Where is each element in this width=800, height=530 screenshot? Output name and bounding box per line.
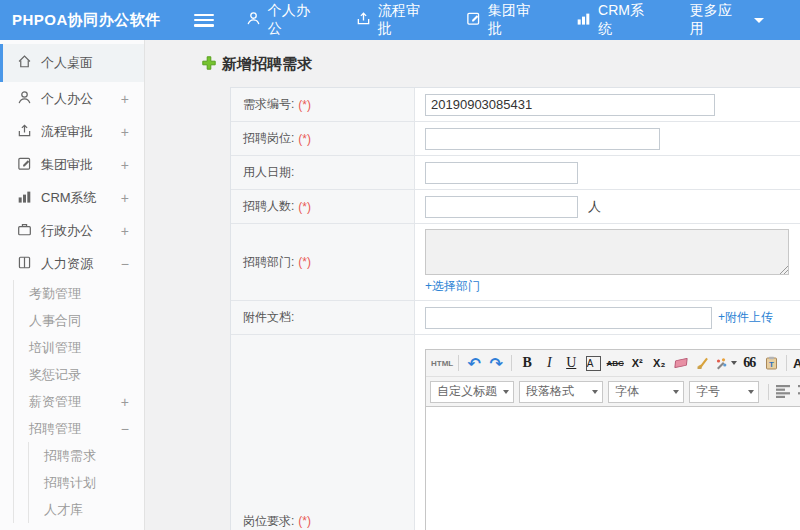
- briefcase-icon: [17, 222, 41, 240]
- redo-button[interactable]: ↷: [486, 353, 506, 373]
- caret-down-icon: [754, 18, 764, 23]
- sidebar: 个人桌面 个人办公 + 流程审批 + 集团审批 + CRM系统 + 行政办公 +…: [0, 40, 145, 530]
- expand-icon[interactable]: +: [121, 91, 129, 107]
- nav-group-approval[interactable]: 集团审批: [466, 2, 540, 38]
- sidebar-item-hr-contract[interactable]: 人事合同: [14, 307, 144, 334]
- count-input[interactable]: [425, 196, 578, 218]
- bar-chart-icon: [17, 189, 41, 207]
- expand-icon[interactable]: +: [121, 394, 129, 410]
- field-label: 招聘人数:: [243, 198, 294, 215]
- font-color-button[interactable]: A: [792, 353, 800, 373]
- sidebar-item-group-approval[interactable]: 集团审批 +: [0, 148, 144, 181]
- toolbar-separator: [511, 355, 512, 371]
- form-row-attachment: 附件文档: +附件上传: [231, 301, 800, 335]
- sidebar-item-workflow-approval[interactable]: 流程审批 +: [0, 115, 144, 148]
- code-input[interactable]: [425, 94, 715, 116]
- font-family-select[interactable]: 字体: [608, 381, 684, 403]
- date-input[interactable]: [425, 162, 578, 184]
- subscript-button[interactable]: X₂: [649, 353, 669, 373]
- field-label: 岗位要求:: [243, 513, 294, 530]
- font-size-select[interactable]: 字号: [689, 381, 759, 403]
- field-label: 附件文档:: [243, 309, 294, 326]
- nav-crm-system[interactable]: CRM系统: [576, 2, 654, 38]
- toolbar-separator: [768, 384, 769, 400]
- upload-flow-icon: [17, 123, 41, 141]
- recruit-demand-form: 需求编号:(*) 招聘岗位:(*) 用人日期: 招聘人数:(*) 人 招聘部门:…: [230, 87, 800, 530]
- blockquote-button[interactable]: 66: [739, 353, 759, 373]
- underline-button[interactable]: U: [561, 353, 581, 373]
- expand-icon[interactable]: +: [121, 157, 129, 173]
- expand-icon[interactable]: +: [121, 223, 129, 239]
- field-label: 用人日期:: [243, 164, 294, 181]
- attachment-input[interactable]: [425, 307, 712, 329]
- strikethrough-button[interactable]: ABC: [605, 353, 625, 373]
- green-plus-icon: [202, 56, 222, 74]
- unit-suffix: 人: [588, 198, 601, 216]
- italic-button[interactable]: I: [539, 353, 559, 373]
- upload-flow-icon: [356, 11, 378, 29]
- choose-dept-link[interactable]: +选择部门: [425, 278, 480, 295]
- form-row-date: 用人日期:: [231, 156, 800, 190]
- sidebar-item-recruit-demand[interactable]: 招聘需求: [29, 442, 144, 469]
- sidebar-item-administration[interactable]: 行政办公 +: [0, 214, 144, 247]
- edit-square-icon: [17, 156, 41, 174]
- nav-more-apps[interactable]: 更多应用: [690, 2, 764, 38]
- editor-toolbar-row2: 自定义标题 段落格式 字体 字号: [426, 377, 800, 407]
- hamburger-menu-icon[interactable]: [194, 14, 213, 27]
- sidebar-item-human-resources[interactable]: 人力资源 −: [0, 247, 144, 280]
- field-label: 招聘岗位:: [243, 130, 294, 147]
- eraser-button[interactable]: [671, 353, 691, 373]
- sidebar-item-salary[interactable]: 薪资管理+: [14, 388, 144, 415]
- page-title: 新增招聘需求: [202, 55, 800, 74]
- align-left-button[interactable]: [776, 385, 792, 398]
- recruit-submenu: 招聘需求 招聘计划 人才库: [28, 442, 144, 523]
- top-header: PHPOA协同办公软件 个人办公 流程审批 集团审批 CRM系统 更多应用: [0, 0, 800, 40]
- hr-book-icon: [17, 255, 41, 273]
- paragraph-format-select[interactable]: 段落格式: [519, 381, 603, 403]
- post-input[interactable]: [425, 128, 660, 150]
- required-mark: (*): [298, 132, 311, 146]
- form-row-post: 招聘岗位:(*): [231, 122, 800, 156]
- html-source-button[interactable]: HTML: [431, 353, 453, 373]
- sidebar-item-training[interactable]: 培训管理: [14, 334, 144, 361]
- sidebar-item-recruit-mgmt[interactable]: 招聘管理−: [14, 415, 144, 442]
- paste-as-text-button[interactable]: T: [761, 353, 781, 373]
- bar-chart-icon: [576, 11, 598, 29]
- sidebar-item-personal-office[interactable]: 个人办公 +: [0, 82, 144, 115]
- main-content: 新增招聘需求 需求编号:(*) 招聘岗位:(*) 用人日期: 招聘人数:(*) …: [146, 40, 800, 530]
- svg-text:T: T: [769, 360, 774, 369]
- user-icon: [246, 11, 268, 29]
- form-row-code: 需求编号:(*): [231, 88, 800, 122]
- superscript-button[interactable]: X²: [627, 353, 647, 373]
- expand-icon[interactable]: +: [121, 190, 129, 206]
- nav-personal-office[interactable]: 个人办公: [246, 2, 320, 38]
- hr-submenu: 考勤管理 人事合同 培训管理 奖惩记录 薪资管理+ 招聘管理− 招聘需求 招聘计…: [13, 280, 144, 523]
- undo-button[interactable]: ↶: [464, 353, 484, 373]
- editor-content-area[interactable]: [426, 407, 800, 530]
- sidebar-item-rewards[interactable]: 奖惩记录: [14, 361, 144, 388]
- sidebar-item-crm[interactable]: CRM系统 +: [0, 181, 144, 214]
- rich-text-editor: HTML ↶ ↷ B I U A ABC X² X₂: [425, 349, 800, 530]
- sidebar-item-talent-pool[interactable]: 人才库: [29, 496, 144, 523]
- edit-square-icon: [466, 11, 488, 29]
- required-mark: (*): [298, 514, 311, 528]
- form-row-dept: 招聘部门:(*) +选择部门: [231, 224, 800, 301]
- bold-button[interactable]: B: [517, 353, 537, 373]
- font-style-box-button[interactable]: A: [586, 356, 601, 371]
- collapse-icon[interactable]: −: [121, 256, 129, 272]
- caret-down-icon: [731, 361, 737, 365]
- header-nav: 个人办公 流程审批 集团审批 CRM系统 更多应用: [246, 2, 800, 38]
- format-brush-button[interactable]: [693, 353, 713, 373]
- form-row-count: 招聘人数:(*) 人: [231, 190, 800, 224]
- attachment-upload-link[interactable]: +附件上传: [718, 309, 773, 326]
- highlight-color-button[interactable]: [715, 353, 737, 373]
- expand-icon[interactable]: +: [121, 124, 129, 140]
- required-mark: (*): [298, 98, 311, 112]
- collapse-icon[interactable]: −: [121, 421, 129, 437]
- dept-textarea[interactable]: [425, 229, 789, 275]
- sidebar-item-desktop[interactable]: 个人桌面: [0, 44, 144, 82]
- sidebar-item-attendance[interactable]: 考勤管理: [14, 280, 144, 307]
- custom-title-select[interactable]: 自定义标题: [430, 381, 514, 403]
- nav-workflow-approval[interactable]: 流程审批: [356, 2, 430, 38]
- sidebar-item-recruit-plan[interactable]: 招聘计划: [29, 469, 144, 496]
